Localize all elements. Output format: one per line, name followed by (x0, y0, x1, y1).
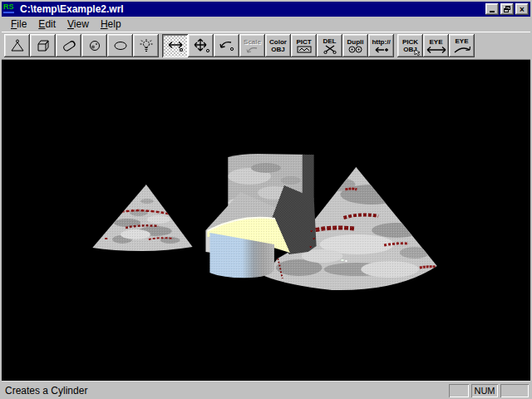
picture-texture-button[interactable]: PICT (291, 34, 317, 57)
duplicate-button[interactable]: Dupli (342, 34, 368, 57)
arrow-rotate-icon (219, 39, 235, 52)
eye-pan-icon (426, 46, 447, 54)
light-icon (139, 39, 154, 53)
arrow-move-icon (192, 38, 210, 53)
minimize-button[interactable] (485, 3, 499, 15)
status-pane (500, 384, 529, 397)
pict-icon (297, 46, 312, 53)
cylinder-tool-button[interactable] (56, 34, 81, 57)
window-title: C:\temp\Example2.wrl (20, 3, 485, 15)
box-tool-button[interactable] (30, 34, 56, 57)
menu-bar: FileEditViewHelp (2, 17, 530, 32)
move-tool-button[interactable] (188, 34, 214, 57)
eye-rotate-button[interactable]: EYE (449, 34, 475, 57)
translate-tool-button[interactable] (162, 34, 188, 57)
arrow-h-icon (166, 39, 185, 52)
textured-cone-left[interactable] (92, 185, 192, 251)
status-panes: NUM (449, 384, 529, 397)
scene-viewport[interactable] (2, 60, 530, 381)
restore-button[interactable] (500, 3, 514, 15)
dupli-icon (348, 46, 362, 53)
menu-item-help[interactable]: Help (95, 17, 127, 31)
scale-tool-button: Scale (239, 34, 265, 57)
app-window: RS C:\temp\Example2.wrl × FileEditViewHe… (0, 0, 532, 399)
create-tools-group (4, 34, 159, 57)
rotate-tool-button[interactable] (214, 34, 239, 57)
view-tools-group: PICKOBJEYEEYE (397, 34, 475, 57)
title-bar: RS C:\temp\Example2.wrl × (2, 2, 530, 17)
light-tool-button[interactable] (133, 34, 159, 57)
http-link-button[interactable]: http:// (368, 34, 394, 57)
sphere-tool-button[interactable] (81, 34, 107, 57)
pick-object-button[interactable]: PICKOBJ (397, 34, 423, 57)
eye-rotate-icon (452, 45, 472, 54)
status-pane (449, 384, 469, 397)
http-arrow-icon (374, 46, 389, 54)
toolbar: ScaleColorOBJPICTDELDuplihttp:// PICKOBJ… (2, 32, 530, 60)
cone-tool-button[interactable] (4, 34, 30, 57)
box-icon (36, 39, 51, 52)
cylinder-icon (62, 39, 76, 52)
menu-item-view[interactable]: View (62, 17, 95, 31)
restore-icon (504, 6, 510, 12)
menu-item-edit[interactable]: Edit (32, 17, 62, 31)
scissors-icon (323, 45, 337, 54)
menu-item-file[interactable]: File (5, 17, 32, 31)
pick-cursor-icon (414, 49, 421, 57)
rotate-small-icon (246, 46, 259, 53)
ellipse-icon (113, 39, 128, 52)
minimize-icon (490, 11, 495, 12)
status-message: Creates a Cylinder (5, 385, 449, 397)
app-icon-squiggle (3, 12, 14, 13)
color-object-button[interactable]: ColorOBJ (265, 34, 291, 57)
app-icon-label: RS (3, 3, 17, 11)
disc-tool-button[interactable] (107, 34, 133, 57)
app-icon[interactable]: RS (3, 3, 17, 15)
eye-pan-button[interactable]: EYE (423, 34, 449, 57)
status-bar: Creates a Cylinder NUM (2, 381, 530, 399)
sphere-icon (87, 39, 102, 52)
cone-icon (10, 39, 25, 52)
status-pane-num: NUM (471, 384, 498, 397)
edit-tools-group: ScaleColorOBJPICTDELDuplihttp:// (162, 34, 394, 57)
delete-button[interactable]: DEL (317, 34, 342, 57)
close-button[interactable]: × (515, 3, 529, 15)
